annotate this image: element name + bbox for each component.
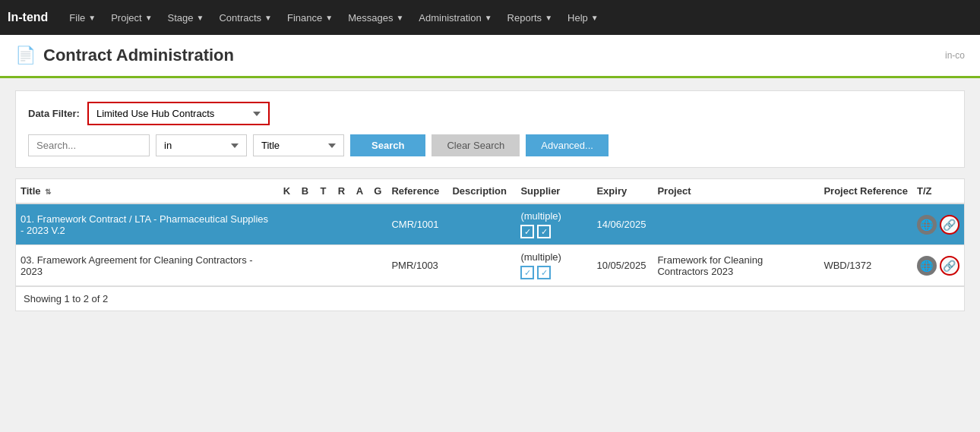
results-table-section: Title ⇅ K B T R A G Reference Descriptio… <box>15 178 965 311</box>
page-title: Contract Administration <box>43 46 234 65</box>
page-title-group: 📄 Contract Administration <box>15 46 234 65</box>
cell-reference: PMR/1003 <box>387 245 447 286</box>
clear-search-button[interactable]: Clear Search <box>432 134 520 156</box>
nav-finance[interactable]: Finance▼ <box>280 0 340 35</box>
cell-description <box>447 245 516 286</box>
filter-section: Data Filter: Limited Use Hub Contracts i… <box>15 90 965 168</box>
link-icon[interactable]: 🔗 <box>940 256 959 276</box>
checkbox-1[interactable]: ✓ <box>520 225 534 238</box>
search-field-select[interactable]: Title Reference Description Supplier <box>253 134 344 156</box>
cell-expiry: 10/05/2025 <box>592 245 653 286</box>
col-header-t: T <box>314 179 332 203</box>
cell-t <box>314 245 332 286</box>
cell-project <box>653 203 819 245</box>
search-row: in not in Title Reference Description Su… <box>28 134 952 156</box>
cell-k <box>277 245 296 286</box>
data-filter-select[interactable]: Limited Use Hub Contracts <box>87 102 270 125</box>
checkbox-2[interactable]: ✓ <box>537 266 551 279</box>
col-header-k: K <box>277 179 296 203</box>
navbar: In-tend File▼ Project▼ Stage▼ Contracts▼… <box>0 0 980 35</box>
col-header-supplier: Supplier <box>516 179 592 203</box>
advanced-button[interactable]: Advanced... <box>526 134 609 156</box>
data-filter-label: Data Filter: <box>28 108 80 119</box>
link-icon[interactable]: 🔗 <box>940 215 959 235</box>
globe-icon[interactable]: 🌐 <box>917 256 937 276</box>
cell-t <box>314 203 332 245</box>
nav-help[interactable]: Help▼ <box>560 0 606 35</box>
table-row: 03. Framework Agreement for Cleaning Con… <box>16 245 964 286</box>
cell-project-reference: WBD/1372 <box>819 245 912 286</box>
cell-supplier: (multiple) ✓ ✓ <box>516 203 592 245</box>
col-header-a: A <box>350 179 368 203</box>
nav-project[interactable]: Project▼ <box>103 0 160 35</box>
cell-k <box>277 203 296 245</box>
col-header-g: G <box>368 179 387 203</box>
main-content: Data Filter: Limited Use Hub Contracts i… <box>0 78 980 323</box>
checkbox-1[interactable]: ✓ <box>520 266 534 279</box>
col-header-r: R <box>332 179 350 203</box>
nav-reports[interactable]: Reports▼ <box>500 0 560 35</box>
page-header: 📄 Contract Administration in-co <box>0 35 980 78</box>
search-input[interactable] <box>28 134 150 156</box>
nav-contracts[interactable]: Contracts▼ <box>211 0 280 35</box>
col-header-tz: T/Z <box>912 179 964 203</box>
page-icon: 📄 <box>15 46 36 65</box>
cell-a <box>350 203 368 245</box>
cell-expiry: 14/06/2025 <box>592 203 653 245</box>
cell-title: 03. Framework Agreement for Cleaning Con… <box>16 245 277 286</box>
col-header-title: Title ⇅ <box>16 179 277 203</box>
col-header-reference: Reference <box>387 179 447 203</box>
nav-administration[interactable]: Administration▼ <box>411 0 499 35</box>
cell-r <box>332 203 350 245</box>
cell-reference: CMR/1001 <box>387 203 447 245</box>
table-row: 01. Framework Contract / LTA - Pharmaceu… <box>16 203 964 245</box>
nav-messages[interactable]: Messages▼ <box>340 0 411 35</box>
cell-b <box>296 245 314 286</box>
col-header-project: Project <box>653 179 819 203</box>
search-button[interactable]: Search <box>350 134 425 156</box>
cell-tz: 🌐 🔗 <box>912 203 964 245</box>
globe-icon[interactable]: 🌐 <box>917 215 937 235</box>
nav-stage[interactable]: Stage▼ <box>160 0 212 35</box>
nav-file[interactable]: File▼ <box>62 0 103 35</box>
col-header-b: B <box>296 179 314 203</box>
search-in-select[interactable]: in not in <box>156 134 247 156</box>
cell-b <box>296 203 314 245</box>
filter-row: Data Filter: Limited Use Hub Contracts <box>28 102 952 125</box>
cell-project: Framework for Cleaning Contractors 2023 <box>653 245 819 286</box>
results-table: Title ⇅ K B T R A G Reference Descriptio… <box>16 179 964 286</box>
col-header-project-reference: Project Reference <box>819 179 912 203</box>
checkbox-2[interactable]: ✓ <box>537 225 551 238</box>
brand: In-tend <box>8 11 48 24</box>
cell-supplier: (multiple) ✓ ✓ <box>516 245 592 286</box>
cell-title: 01. Framework Contract / LTA - Pharmaceu… <box>16 203 277 245</box>
cell-g <box>368 245 387 286</box>
col-header-description: Description <box>447 179 516 203</box>
page-corner-label: in-co <box>945 50 965 61</box>
cell-description <box>447 203 516 245</box>
col-header-expiry: Expiry <box>592 179 653 203</box>
cell-g <box>368 203 387 245</box>
cell-project-reference <box>819 203 912 245</box>
cell-a <box>350 245 368 286</box>
showing-label: Showing 1 to 2 of 2 <box>16 286 964 311</box>
cell-r <box>332 245 350 286</box>
cell-tz: 🌐 🔗 <box>912 245 964 286</box>
